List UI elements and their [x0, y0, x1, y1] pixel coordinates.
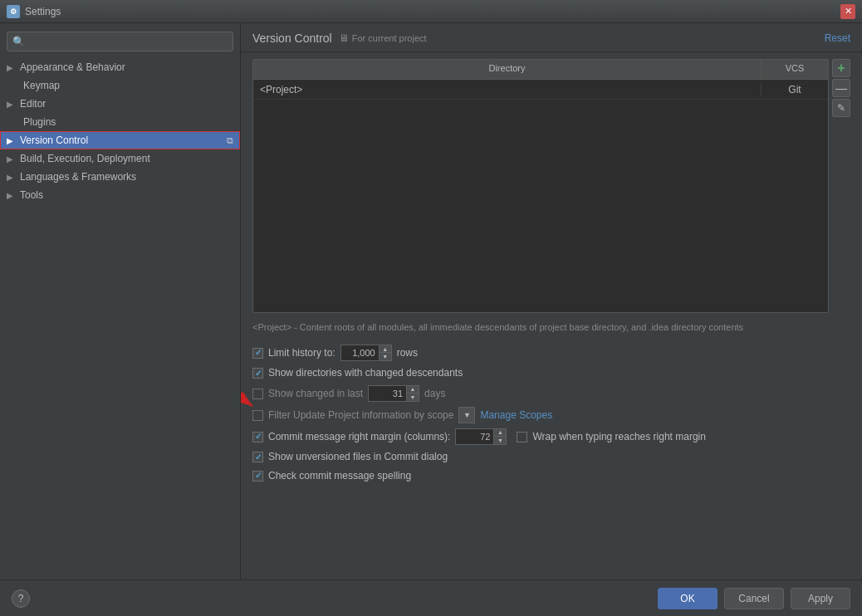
- spinbox-down[interactable]: ▼: [407, 394, 419, 401]
- sidebar-item-editor[interactable]: ▶ Editor: [0, 95, 240, 113]
- manage-scopes-link[interactable]: Manage Scopes: [480, 408, 552, 423]
- sidebar-item-tools[interactable]: ▶ Tools: [0, 186, 240, 204]
- remove-row-button[interactable]: —: [832, 79, 850, 97]
- content-header-left: Version Control 🖥 For current project: [252, 32, 427, 45]
- content-panel: Version Control 🖥 For current project Re…: [241, 23, 862, 579]
- expand-arrow-icon: ▶: [7, 173, 17, 182]
- monitor-icon: 🖥: [339, 32, 349, 44]
- commit-margin-label-before: Commit message right margin (columns):: [268, 430, 450, 444]
- sidebar-item-version-control[interactable]: ▶ Version Control ⧉: [0, 131, 240, 149]
- expand-arrow-icon: ▶: [7, 191, 17, 200]
- commit-margin-input[interactable]: [456, 432, 493, 442]
- limit-history-checkbox[interactable]: [252, 348, 263, 359]
- commit-margin-spinbox[interactable]: ▲ ▼: [455, 428, 507, 445]
- sidebar-item-label: Appearance & Behavior: [20, 61, 125, 73]
- sidebar-item-label: Tools: [20, 189, 43, 201]
- close-button[interactable]: ✕: [840, 4, 855, 19]
- content-header: Version Control 🖥 For current project Re…: [241, 23, 862, 52]
- search-icon: 🔍: [12, 36, 25, 47]
- sidebar-item-label: Editor: [20, 98, 46, 110]
- show-changed-last-checkbox[interactable]: [252, 389, 263, 399]
- sidebar-item-keymap[interactable]: Keymap: [0, 76, 240, 95]
- nav-items: ▶ Appearance & Behavior Keymap ▶ Editor …: [0, 58, 240, 579]
- options-section: Limit history to: ▲ ▼ rows Show director…: [241, 339, 862, 488]
- show-changed-last-input[interactable]: [369, 389, 406, 398]
- sidebar-item-label: Languages & Frameworks: [20, 171, 136, 183]
- for-project-label: For current project: [352, 33, 427, 43]
- sidebar-item-plugins[interactable]: Plugins: [0, 113, 240, 131]
- reset-link[interactable]: Reset: [825, 32, 850, 44]
- option-check-spelling: Check commit message spelling: [252, 467, 850, 486]
- copy-icon: ⧉: [227, 135, 233, 146]
- sidebar-item-label: Keymap: [23, 80, 60, 91]
- show-unversioned-label: Show unversioned files in Commit dialog: [268, 450, 448, 464]
- table-body[interactable]: <Project> Git: [253, 80, 828, 312]
- for-project: 🖥 For current project: [339, 32, 427, 44]
- svg-line-1: [241, 341, 252, 406]
- sidebar: 🔍 ▶ Appearance & Behavior Keymap ▶ Edito…: [0, 23, 241, 579]
- limit-history-input[interactable]: [341, 348, 379, 358]
- cancel-button[interactable]: Cancel: [724, 588, 784, 609]
- option-commit-margin: Commit message right margin (columns): ▲…: [252, 426, 850, 447]
- wrap-label: Wrap when typing reaches right margin: [532, 430, 706, 444]
- commit-margin-checkbox[interactable]: [252, 432, 263, 442]
- content-title: Version Control: [252, 32, 332, 45]
- limit-history-label-before: Limit history to:: [268, 346, 335, 360]
- sidebar-item-appearance[interactable]: ▶ Appearance & Behavior: [0, 58, 240, 76]
- add-row-button[interactable]: +: [832, 59, 850, 77]
- search-box[interactable]: 🔍: [7, 32, 233, 51]
- window-icon: ⚙: [7, 5, 20, 18]
- footer-left: ?: [12, 589, 30, 608]
- main-container: 🔍 ▶ Appearance & Behavior Keymap ▶ Edito…: [0, 23, 862, 579]
- content-scroll: Directory VCS <Project> Git + — ✎: [241, 52, 862, 579]
- option-limit-history: Limit history to: ▲ ▼ rows: [252, 342, 850, 364]
- apply-button[interactable]: Apply: [791, 588, 850, 609]
- check-spelling-checkbox[interactable]: [252, 471, 263, 482]
- project-note: <Project> - Content roots of all modules…: [241, 318, 862, 339]
- col-vcs: VCS: [762, 60, 828, 79]
- search-input[interactable]: [28, 36, 228, 47]
- option-show-changed-descendants: Show directories with changed descendant…: [252, 364, 850, 383]
- sidebar-item-build-execution[interactable]: ▶ Build, Execution, Deployment: [0, 149, 240, 168]
- option-show-unversioned: Show unversioned files in Commit dialog: [252, 447, 850, 467]
- show-changed-last-label-after: days: [424, 387, 445, 401]
- option-show-changed-last: Show changed in last ▲ ▼ days: [252, 383, 850, 404]
- check-spelling-label: Check commit message spelling: [268, 469, 411, 483]
- spinbox-down[interactable]: ▼: [380, 353, 391, 360]
- filter-update-checkbox[interactable]: [252, 410, 263, 421]
- expand-arrow-icon: ▶: [7, 63, 17, 72]
- help-button[interactable]: ?: [12, 589, 30, 608]
- edit-row-button[interactable]: ✎: [832, 99, 850, 117]
- table-row[interactable]: <Project> Git: [253, 80, 828, 100]
- title-bar: ⚙ Settings ✕: [0, 0, 862, 23]
- cell-directory: <Project>: [253, 84, 762, 95]
- table-header: Directory VCS: [253, 60, 828, 80]
- sidebar-item-label: Build, Execution, Deployment: [20, 153, 150, 164]
- table-area: Directory VCS <Project> Git + — ✎: [252, 59, 850, 313]
- expand-arrow-icon: ▶: [7, 136, 17, 145]
- expand-arrow-icon: ▶: [7, 100, 17, 109]
- show-changed-last-spinbox[interactable]: ▲ ▼: [368, 385, 419, 402]
- limit-history-spinbox[interactable]: ▲ ▼: [340, 345, 392, 361]
- show-unversioned-checkbox[interactable]: [252, 452, 263, 462]
- limit-history-label-after: rows: [397, 346, 418, 360]
- wrap-checkbox[interactable]: [517, 432, 527, 442]
- show-changed-descendants-label: Show directories with changed descendant…: [268, 366, 463, 380]
- sidebar-item-languages[interactable]: ▶ Languages & Frameworks: [0, 168, 240, 186]
- option-filter-update: Filter Update Project information by sco…: [252, 404, 850, 426]
- table-side-buttons: + — ✎: [832, 59, 850, 313]
- col-directory: Directory: [253, 60, 762, 79]
- ok-button[interactable]: OK: [658, 588, 718, 609]
- scope-dropdown[interactable]: ▼: [458, 407, 475, 423]
- sidebar-item-label: Plugins: [23, 116, 56, 128]
- vcs-table: Directory VCS <Project> Git: [252, 59, 829, 313]
- show-changed-last-label-before: Show changed in last: [268, 387, 363, 401]
- footer: ? OK Cancel Apply: [0, 579, 862, 616]
- show-changed-descendants-checkbox[interactable]: [252, 368, 263, 379]
- spinbox-arrows: ▲ ▼: [379, 345, 391, 360]
- spinbox-arrows: ▲ ▼: [406, 386, 419, 401]
- filter-update-label: Filter Update Project information by sco…: [268, 408, 453, 423]
- cell-vcs: Git: [762, 84, 828, 95]
- spinbox-down[interactable]: ▼: [494, 437, 506, 444]
- spinbox-arrows: ▲ ▼: [493, 429, 506, 444]
